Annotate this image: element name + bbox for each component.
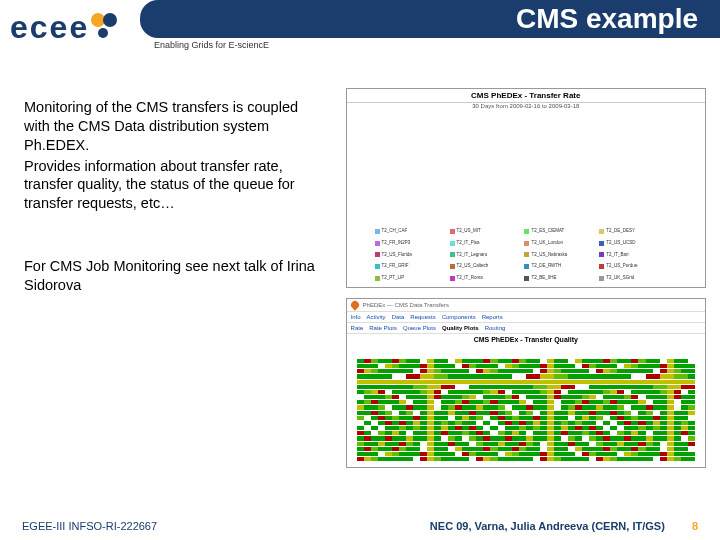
page-header: PhEDEx — CMS Data Transfers	[363, 302, 449, 308]
para-3: For CMS Job Monitoring see next talk of …	[24, 257, 328, 295]
firefox-icon	[349, 299, 360, 310]
legend-item: T2_IT_Legnaro	[450, 250, 521, 260]
subtab-qualityplots: Quality Plots	[442, 325, 479, 331]
page-number: 8	[692, 520, 698, 532]
legend-item: T2_IT_Bari	[599, 250, 670, 260]
legend-item: T2_UK_London	[524, 239, 595, 249]
title-bar: CMS example	[140, 0, 720, 38]
sub-tabs: Rate Rate Plots Queue Plots Quality Plot…	[347, 323, 705, 334]
legend-item: T2_US_UCSD	[599, 239, 670, 249]
legend-item: T2_DE_DESY	[599, 227, 670, 237]
para-1: Monitoring of the CMS transfers is coupl…	[24, 98, 328, 155]
legend-item: T2_IT_Pisa	[450, 239, 521, 249]
legend-item: T2_US_Nebraska	[524, 250, 595, 260]
logo-letter-e3: e	[69, 9, 87, 46]
left-column: Monitoring of the CMS transfers is coupl…	[0, 88, 346, 506]
chart1-subtitle: 30 Days from 2009-02-16 to 2009-03-18	[347, 103, 705, 109]
legend-item: T2_IT_Roma	[450, 273, 521, 283]
tab-components: Components	[442, 314, 476, 320]
logo-letter-e2: e	[50, 9, 68, 46]
chart1-title: CMS PhEDEx - Transfer Rate	[347, 89, 705, 103]
logo-circles-icon	[91, 13, 119, 41]
legend-item: T2_US_Purdue	[599, 262, 670, 272]
tab-info: Info	[351, 314, 361, 320]
slide-title: CMS example	[516, 3, 698, 35]
footer-right: NEC 09, Varna, Julia Andreeva (CERN, IT/…	[430, 520, 665, 532]
chart2-heatmap	[357, 359, 695, 461]
logo-letter-e: e	[10, 9, 28, 46]
tab-activity: Activity	[367, 314, 386, 320]
chart1-bars	[373, 111, 699, 219]
legend-item: T2_UK_SGrid	[599, 273, 670, 283]
footer: EGEE-III INFSO-RI-222667 NEC 09, Varna, …	[0, 512, 720, 540]
para-2: Provides information about transfer rate…	[24, 157, 328, 214]
legend-item: T2_US_Caltech	[450, 262, 521, 272]
tab-data: Data	[392, 314, 405, 320]
legend-item: T2_BE_IIHE	[524, 273, 595, 283]
subtab-queueplots: Queue Plots	[403, 325, 436, 331]
logo-letter-g: c	[30, 9, 48, 46]
nav-tabs: Info Activity Data Requests Components R…	[347, 312, 705, 323]
subtab-routing: Routing	[485, 325, 506, 331]
legend-item: T2_FR_GRIF	[375, 262, 446, 272]
browser-chrome: PhEDEx — CMS Data Transfers	[347, 299, 705, 312]
content-area: Monitoring of the CMS transfers is coupl…	[0, 88, 720, 506]
chart-transfer-rate: CMS PhEDEx - Transfer Rate 30 Days from …	[346, 88, 706, 288]
subtab-rate: Rate	[351, 325, 364, 331]
chart2-title: CMS PhEDEx - Transfer Quality	[347, 334, 705, 345]
legend-item: T2_PT_LIP	[375, 273, 446, 283]
subtab-rateplots: Rate Plots	[369, 325, 397, 331]
legend-item: T2_ES_CIEMAT	[524, 227, 595, 237]
right-column: CMS PhEDEx - Transfer Rate 30 Days from …	[346, 88, 720, 506]
tab-requests: Requests	[410, 314, 435, 320]
legend-item: T2_CH_CAF	[375, 227, 446, 237]
footer-left: EGEE-III INFSO-RI-222667	[22, 520, 157, 532]
header-subtitle: Enabling Grids for E-sciencE	[154, 40, 269, 50]
legend-item: T2_FR_IN2P3	[375, 239, 446, 249]
legend-item: T2_US_MIT	[450, 227, 521, 237]
tab-reports: Reports	[482, 314, 503, 320]
header: e c e e CMS example Enabling Grids for E…	[0, 0, 720, 54]
logo: e c e e	[0, 0, 160, 54]
chart1-legend: T2_CH_CAFT2_US_MITT2_ES_CIEMATT2_DE_DESY…	[373, 225, 699, 285]
legend-item: T2_DE_RWTH	[524, 262, 595, 272]
legend-item: T2_US_Florida	[375, 250, 446, 260]
chart-transfer-quality: PhEDEx — CMS Data Transfers Info Activit…	[346, 298, 706, 468]
